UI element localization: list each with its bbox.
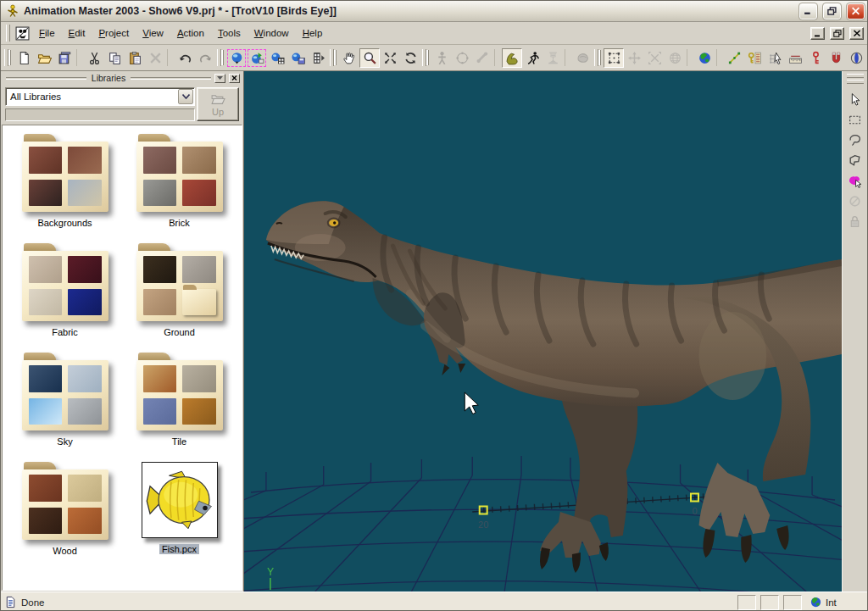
library-items-grid[interactable]: BackgroundsBrickFabricGroundSkyTileWoodF… [2, 125, 242, 591]
menu-window[interactable]: Window [248, 25, 295, 41]
marker-label-20: 20 [478, 519, 488, 530]
library-item-label: Fabric [49, 327, 81, 337]
toolbar-gripper[interactable] [217, 49, 221, 66]
minimize-button[interactable] [799, 3, 817, 19]
menu-tools[interactable]: Tools [212, 25, 247, 41]
side-toolbar-grip2[interactable] [847, 80, 864, 84]
restore-button[interactable] [823, 3, 841, 19]
menu-bar: FileEditProjectViewActionToolsWindowHelp [1, 22, 867, 45]
make-keyframe-button[interactable] [805, 48, 826, 68]
library-item-sky[interactable]: Sky [9, 353, 120, 447]
select-arrow-button[interactable] [845, 89, 865, 109]
zoom-icon [363, 51, 377, 65]
zoom-to-fit-button[interactable] [380, 48, 400, 68]
library-item-wood[interactable]: Wood [9, 462, 120, 556]
menu-action[interactable]: Action [171, 25, 210, 41]
toolbar-gripper[interactable] [422, 49, 426, 66]
save-animation-button[interactable] [287, 48, 308, 68]
toolbar-gripper[interactable] [594, 49, 598, 66]
library-filter-dropdown[interactable]: All Libraries [5, 87, 195, 106]
texture-thumbnail [182, 180, 216, 207]
library-item-ground[interactable]: Ground [124, 243, 235, 337]
action-mode-button[interactable] [522, 48, 542, 68]
zoom-tool-icon [848, 194, 862, 208]
undo-button[interactable] [175, 48, 195, 68]
move-pan-button[interactable] [339, 48, 359, 68]
play-animation-icon [311, 51, 326, 65]
library-item-fish-pcx[interactable]: Fish.pcx [124, 462, 235, 556]
open-project-button[interactable] [34, 48, 54, 68]
patch-select-button[interactable] [845, 170, 865, 191]
key-properties-button[interactable] [744, 48, 765, 68]
close-button[interactable] [847, 3, 865, 19]
child-minimize-button[interactable] [810, 27, 825, 40]
status-pane-1 [737, 595, 756, 610]
paste-button[interactable] [125, 48, 145, 68]
rect-select-button[interactable] [845, 109, 865, 130]
library-item-tile[interactable]: Tile [124, 353, 235, 447]
polygon-select-button[interactable] [845, 150, 865, 170]
zoom-button[interactable] [359, 48, 380, 68]
world-view-button[interactable] [694, 48, 715, 68]
measure-ruler-button[interactable] [785, 48, 805, 68]
bounding-box-button[interactable] [604, 48, 624, 68]
new-project-button[interactable] [14, 48, 34, 68]
render-lock-button[interactable] [247, 48, 267, 68]
viewport-birds-eye[interactable]: 20 0 Y [244, 71, 842, 592]
library-item-fabric[interactable]: Fabric [9, 243, 120, 337]
texture-thumbnail [68, 508, 102, 535]
key-properties-icon [748, 51, 762, 65]
libraries-header: Libraries [1, 71, 243, 84]
rotate-mode-icon [668, 51, 682, 65]
lasso-select-button[interactable] [845, 130, 865, 150]
folder-icon [136, 134, 223, 212]
redo-button [195, 48, 215, 68]
texture-thumbnail [143, 289, 177, 316]
texture-thumbnail [143, 180, 177, 207]
menu-help[interactable]: Help [297, 25, 329, 41]
library-item-label: Fish.pcx [159, 544, 199, 554]
texture-thumbnail [29, 508, 63, 535]
open-project-icon [37, 51, 52, 65]
cut-button[interactable] [84, 48, 104, 68]
mirror-mode-button[interactable] [846, 48, 866, 68]
render-to-file-button[interactable] [267, 48, 287, 68]
menu-edit[interactable]: Edit [63, 25, 92, 41]
turn-button[interactable] [400, 48, 420, 68]
menu-view[interactable]: View [136, 25, 170, 41]
child-close-button[interactable] [849, 27, 864, 40]
skeletal-mode-button[interactable] [502, 48, 522, 68]
libraries-panel-title: Libraries [90, 73, 127, 83]
panel-close-button[interactable] [229, 74, 240, 83]
menu-gripper[interactable] [6, 25, 10, 42]
trex-model [266, 201, 842, 573]
toolbar-gripper[interactable] [330, 49, 334, 66]
dropdown-arrow-button[interactable] [178, 89, 193, 104]
texture-thumbnail [68, 398, 102, 425]
title-bar[interactable]: Animation Master 2003 - Show6 V9.prj * -… [1, 1, 867, 22]
side-toolbar-grip[interactable] [847, 74, 864, 78]
snap-magnet-button[interactable] [826, 48, 846, 68]
save-all-button[interactable] [54, 48, 75, 68]
modeling-figure-button [431, 48, 452, 68]
action-mode-icon [526, 51, 540, 65]
child-restore-button[interactable] [830, 27, 844, 40]
panel-rollup-button[interactable] [214, 74, 225, 83]
bounding-box-icon [607, 51, 621, 65]
copy-button[interactable] [104, 48, 125, 68]
render-mode-button[interactable] [226, 48, 247, 68]
key-skeletal-button[interactable] [724, 48, 744, 68]
up-button[interactable]: Up [197, 87, 239, 121]
rollup-icon [217, 76, 223, 81]
patch-select-icon [848, 174, 862, 188]
library-item-brick[interactable]: Brick [124, 134, 235, 228]
snap-to-grid-button[interactable] [765, 48, 785, 68]
play-animation-button[interactable] [308, 48, 328, 68]
menu-file[interactable]: File [33, 25, 61, 41]
library-item-backgrounds[interactable]: Backgrounds [9, 134, 120, 228]
toolbar-separator [76, 49, 82, 66]
dynamics-mode-icon [546, 51, 560, 65]
toolbar-gripper[interactable] [4, 49, 8, 66]
menu-project[interactable]: Project [92, 25, 135, 41]
texture-thumbnail [68, 147, 102, 174]
